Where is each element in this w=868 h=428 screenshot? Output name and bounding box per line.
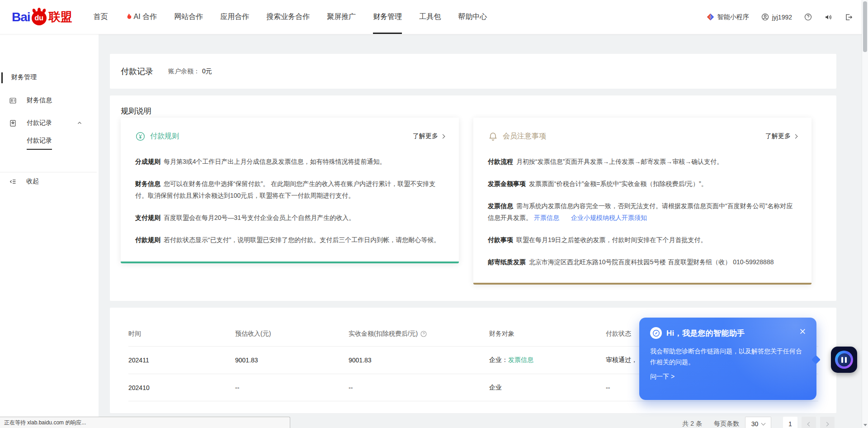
per-page-label: 每页条数 [714,420,739,428]
prev-page-button[interactable] [802,417,816,428]
nav-item-ai[interactable]: AI 合作 [117,0,166,34]
payment-rules-header: 付款规则 了解更多 [135,130,444,142]
rule-item: 分成规则每月第3或4个工作日产出上月分成信息及发票信息，如有特殊情况将提前通知。 [135,156,444,167]
close-icon[interactable] [797,326,807,336]
nav-item-screen-promo[interactable]: 聚屏推广 [318,0,364,34]
cell-estimated: -- [235,384,349,391]
chevron-right-icon [441,134,445,139]
chevron-down-icon [761,421,766,425]
sidebar-item-payment-records[interactable]: 付款记录 [9,118,99,128]
rule-item: 付款规则若付款状态显示“已支付”，说明联盟已安排了您的付款。支付后三个工作日内到… [135,234,444,246]
col-header-estimated: 预估收入(元) [235,330,349,338]
assistant-popup: Hi，我是您的智能助手 我会帮助您诊断合作链路问题，以及解答您关于任何合作相关的… [639,318,816,400]
badge-icon [9,119,17,127]
browser-status-bubble: 正在等待 xlab.baidu.com 的响应... [0,417,290,428]
user-icon [761,13,769,21]
money-circle-icon [135,131,146,142]
chevron-right-icon [793,134,798,139]
page-title: 付款记录 [121,66,153,77]
payment-rules-learn-more[interactable]: 了解更多 [413,132,444,140]
logo-text-bai: Bai [12,10,30,24]
chevron-left-icon [807,422,812,426]
cell-actual: 9001.83 [349,357,489,364]
sidebar-collapse-button[interactable]: 收起 [9,177,39,185]
flame-icon [125,13,132,21]
active-section-indicator [1,72,3,83]
sidebar-divider [0,172,97,172]
speaker-icon [824,13,832,21]
id-card-icon [9,97,17,105]
sidebar-item-finance-info[interactable]: 财务信息 [9,95,99,106]
total-count: 共 2 条 [682,420,702,428]
collapse-icon [9,178,17,185]
sidebar-section-title: 财务管理 [11,73,37,81]
member-notes-card: 会员注意事项 了解更多 付款流程月初按“发票信息”页面开具发票→上传发票→邮寄发… [473,118,811,285]
page-number[interactable]: 1 [783,417,797,428]
rule-item: 付款流程月初按“发票信息”页面开具发票→上传发票→邮寄发票→审核→确认支付。 [488,156,797,167]
nav-item-website[interactable]: 网站合作 [165,0,212,34]
cell-actual: -- [349,384,489,391]
col-header-time: 时间 [128,330,235,338]
nav-item-search-biz[interactable]: 搜索业务合作 [258,0,318,34]
page-header-card: 付款记录 账户余额： 0元 [110,54,836,89]
col-header-finance-target: 财务对象 [489,330,606,338]
balance-value: 0元 [202,67,212,76]
nav-item-finance[interactable]: 财务管理 [364,0,410,34]
member-notes-header: 会员注意事项 了解更多 [488,130,797,142]
app-window: Bai du 联盟 首页 AI 合作 网站合作 应用合作 搜索业务合作 聚屏推广… [0,0,868,428]
logout-button[interactable] [844,13,853,21]
assistant-fab-ring [835,351,853,369]
payment-rules-title: 付款规则 [150,132,179,141]
invoice-info-cell-link[interactable]: 发票信息 [508,356,533,363]
rule-item: 支付规则百度联盟会在每月20号—31号支付企业会员上个自然月产生的收入。 [135,212,444,224]
assistant-title: Hi，我是您的智能助手 [666,328,745,338]
member-notes-learn-more[interactable]: 了解更多 [765,132,797,140]
assistant-message: 我会帮助您诊断合作链路问题，以及解答您关于任何合作相关的问题。 [650,346,802,367]
status-text: 正在等待 xlab.baidu.com 的响应... [4,419,86,427]
balance-label: 账户余额： [168,67,200,76]
question-circle-icon[interactable] [420,331,427,337]
chevron-right-icon [825,422,829,426]
logo-text-union: 联盟 [49,9,72,25]
rules-heading: 规则说明 [121,106,826,116]
pause-icon [838,353,851,366]
user-account[interactable]: jyj1992 [761,13,792,21]
compass-icon [650,327,662,339]
col-header-actual: 实收金额(扣除税费后/元) [349,330,489,338]
main-menu: 首页 AI 合作 网站合作 应用合作 搜索业务合作 聚屏推广 财务管理 工具包 … [85,0,496,34]
assistant-header: Hi，我是您的智能助手 [650,327,806,339]
scrollbar-down-arrow-icon[interactable] [863,424,867,426]
miniprogram-diamond-icon [707,13,714,21]
rule-item: 付款事项联盟在每月19日之后签收的发票，付款时间安排在下个月首批支付。 [488,234,797,246]
logo-text-du: du [35,14,44,22]
miniprogram-entry[interactable]: 智能小程序 [707,13,749,21]
small-taxpayer-notice-link[interactable]: 企业小规模纳税人开票须知 [571,214,647,221]
rule-item: 邮寄纸质发票北京市海淀区西北旺东路10号院百度科技园5号楼 百度联盟财务组（收）… [488,256,797,268]
cell-finance-target: 企业：发票信息 [489,356,606,364]
scrollbar-thumb[interactable] [863,1,867,52]
next-page-button[interactable] [820,417,835,428]
cell-time: 202410 [128,384,235,391]
top-nav: Bai du 联盟 首页 AI 合作 网站合作 应用合作 搜索业务合作 聚屏推广… [0,0,868,34]
sound-button[interactable] [824,13,832,21]
chevron-up-icon[interactable] [77,120,82,126]
nav-item-home[interactable]: 首页 [85,0,117,34]
help-button[interactable] [804,13,812,21]
nav-item-app[interactable]: 应用合作 [212,0,258,34]
page-scrollbar[interactable] [862,0,868,428]
rule-item: 发票信息需与系统内发票信息内容完全一致，否则无法支付。请根据发票信息页面中“百度… [488,200,797,224]
per-page-select[interactable]: 30 [745,417,771,428]
rule-item: 发票金额事项发票票面“价税合计”金额=系统中“实收金额（扣除税费后/元）”。 [488,178,797,190]
nav-item-toolkit[interactable]: 工具包 [410,0,449,34]
bell-icon [488,131,498,142]
account-balance: 账户余额： 0元 [168,67,212,76]
nav-item-help-center[interactable]: 帮助中心 [449,0,495,34]
logout-icon [844,13,853,21]
ask-button[interactable]: 问一下 > [650,373,806,381]
invoice-info-link[interactable]: 开票信息 [534,214,559,221]
assistant-fab[interactable] [831,347,857,373]
sidebar-subitem-payment-records[interactable]: 付款记录 [27,137,52,150]
payment-rules-card: 付款规则 了解更多 分成规则每月第3或4个工作日产出上月分成信息及发票信息，如有… [121,118,459,263]
baidu-union-logo[interactable]: Bai du 联盟 [12,9,72,26]
sidebar: 财务管理 财务信息 付款记录 付款记录 收起 [0,34,99,428]
